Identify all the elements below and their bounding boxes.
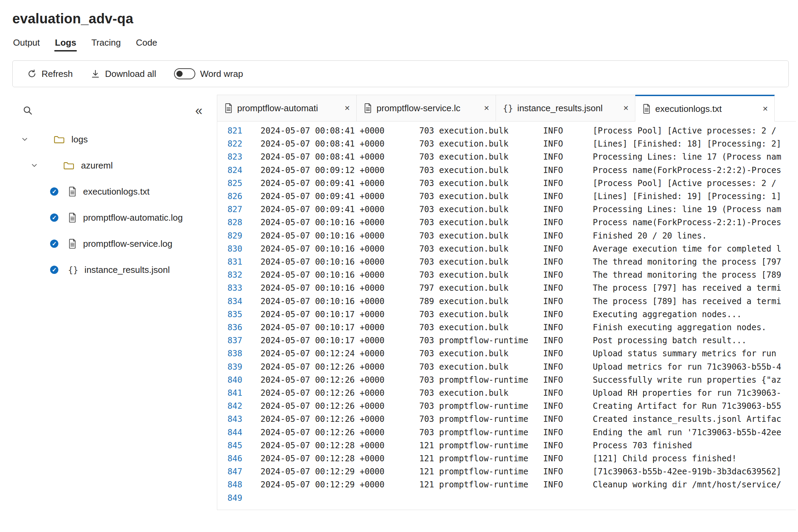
tree-item-executionlogs.txt[interactable]: ✓executionlogs.txt — [12, 178, 217, 205]
word-wrap-toggle-group: Word wrap — [165, 61, 252, 87]
word-wrap-toggle[interactable] — [174, 68, 195, 79]
editor-panel: promptflow-automati✕promptflow-service.l… — [217, 95, 796, 510]
checked-badge-icon: ✓ — [49, 213, 59, 222]
line-number: 829 — [217, 229, 242, 242]
nav-tab-output[interactable]: Output — [12, 35, 41, 54]
checked-badge-icon: ✓ — [49, 265, 59, 275]
log-line: 8442024-05-07 00:12:26 +0000 703 promptf… — [217, 426, 796, 439]
collapse-sidebar-icon[interactable]: « — [195, 104, 203, 117]
folder-icon — [54, 135, 65, 144]
log-line: 8412024-05-07 00:12:26 +0000 703 executi… — [217, 386, 796, 400]
line-number: 848 — [217, 478, 242, 491]
tree-item-label: promptflow-service.log — [83, 239, 172, 249]
file-tab-executionlogs.txt[interactable]: executionlogs.txt✕ — [635, 95, 775, 122]
log-line: 8352024-05-07 00:10:17 +0000 703 executi… — [217, 308, 796, 321]
log-text: 2024-05-07 00:10:17 +0000 703 execution.… — [242, 308, 742, 321]
log-text: 2024-05-07 00:12:26 +0000 703 execution.… — [242, 386, 781, 400]
log-line: 8212024-05-07 00:08:41 +0000 703 executi… — [217, 124, 796, 137]
document-icon — [363, 103, 372, 113]
log-text: 2024-05-07 00:12:26 +0000 703 execution.… — [242, 360, 781, 373]
log-line: 8232024-05-07 00:08:41 +0000 703 executi… — [217, 150, 796, 163]
log-text: 2024-05-07 00:12:26 +0000 703 promptflow… — [242, 373, 781, 386]
log-text: 2024-05-07 00:10:17 +0000 703 promptflow… — [242, 334, 747, 347]
log-text: 2024-05-07 00:09:41 +0000 703 execution.… — [242, 190, 781, 203]
log-line: 8392024-05-07 00:12:26 +0000 703 executi… — [217, 360, 796, 373]
refresh-icon — [27, 69, 37, 79]
file-tab-promptflow-service.lc[interactable]: promptflow-service.lc✕ — [357, 95, 496, 122]
line-number: 841 — [217, 386, 242, 400]
file-tab-instance_results.jsonl[interactable]: {}instance_results.jsonl✕ — [496, 95, 635, 122]
nav-tab-code[interactable]: Code — [135, 35, 158, 54]
download-all-button[interactable]: Download all — [82, 61, 165, 87]
tab-label: promptflow-service.lc — [377, 103, 478, 114]
nav-tab-logs[interactable]: Logs — [54, 35, 77, 54]
line-number: 837 — [217, 334, 242, 347]
tree-item-promptflow-automatic.log[interactable]: ✓promptflow-automatic.log — [12, 205, 217, 231]
page-title: evaluation_adv-qa — [12, 11, 798, 26]
line-number: 849 — [217, 491, 242, 505]
chevron-down-icon[interactable] — [21, 135, 29, 143]
log-line: 8432024-05-07 00:12:26 +0000 703 promptf… — [217, 413, 796, 426]
page: evaluation_adv-qa OutputLogsTracingCode … — [0, 0, 798, 510]
file-tabs: promptflow-automati✕promptflow-service.l… — [217, 95, 796, 122]
line-number: 827 — [217, 203, 242, 216]
line-number: 822 — [217, 137, 242, 150]
log-line: 8292024-05-07 00:10:16 +0000 703 executi… — [217, 229, 796, 242]
tree-item-label: executionlogs.txt — [83, 186, 150, 197]
checked-badge-icon: ✓ — [49, 239, 59, 248]
log-line: 8402024-05-07 00:12:26 +0000 703 promptf… — [217, 373, 796, 386]
nav-tab-tracing[interactable]: Tracing — [91, 35, 122, 54]
word-wrap-label: Word wrap — [200, 69, 243, 79]
toolbar: Refresh Download all Word wrap — [12, 60, 789, 87]
document-icon — [224, 103, 233, 113]
log-text: 2024-05-07 00:09:41 +0000 703 execution.… — [242, 177, 776, 190]
line-number: 839 — [217, 360, 242, 373]
line-number: 830 — [217, 242, 242, 255]
tree-item-azureml[interactable]: azureml — [12, 152, 217, 178]
tab-label: promptflow-automati — [237, 103, 339, 114]
nav-tabs: OutputLogsTracingCode — [12, 35, 798, 54]
logs-panel: « logsazureml✓executionlogs.txt✓promptfl… — [12, 95, 796, 510]
line-number: 834 — [217, 295, 242, 308]
tree-item-label: promptflow-automatic.log — [83, 212, 183, 223]
close-icon[interactable]: ✕ — [622, 103, 630, 113]
file-tab-promptflow-automati[interactable]: promptflow-automati✕ — [217, 95, 357, 122]
log-text — [242, 491, 261, 505]
line-number: 828 — [217, 216, 242, 229]
log-line: 8302024-05-07 00:10:16 +0000 703 executi… — [217, 242, 796, 255]
line-number: 847 — [217, 465, 242, 478]
log-line: 849 — [217, 491, 796, 505]
log-line: 8482024-05-07 00:12:29 +0000 121 promptf… — [217, 478, 796, 491]
tab-label: instance_results.jsonl — [517, 103, 617, 114]
close-icon[interactable]: ✕ — [761, 104, 770, 114]
line-number: 836 — [217, 321, 242, 334]
tree-item-promptflow-service.log[interactable]: ✓promptflow-service.log — [12, 231, 217, 257]
file-tree: logsazureml✓executionlogs.txt✓promptflow… — [12, 126, 217, 283]
chevron-down-icon[interactable] — [30, 161, 38, 170]
log-text: 2024-05-07 00:10:16 +0000 703 execution.… — [242, 255, 781, 268]
log-text: 2024-05-07 00:09:41 +0000 703 execution.… — [242, 203, 781, 216]
toggle-knob — [176, 71, 183, 77]
document-icon — [68, 239, 77, 249]
log-text: 2024-05-07 00:09:12 +0000 703 execution.… — [242, 164, 781, 177]
line-number: 840 — [217, 373, 242, 386]
tree-item-instance_results.jsonl[interactable]: ✓{}instance_results.jsonl — [12, 257, 217, 283]
json-braces-icon: {} — [503, 103, 513, 113]
close-icon[interactable]: ✕ — [343, 103, 351, 113]
log-line: 8342024-05-07 00:10:16 +0000 789 executi… — [217, 295, 796, 308]
log-line: 8372024-05-07 00:10:17 +0000 703 promptf… — [217, 334, 796, 347]
folder-icon — [63, 161, 75, 170]
close-icon[interactable]: ✕ — [482, 103, 491, 113]
checked-badge-icon: ✓ — [49, 187, 59, 196]
refresh-button[interactable]: Refresh — [18, 61, 82, 87]
line-number: 833 — [217, 281, 242, 294]
log-text: 2024-05-07 00:12:28 +0000 121 promptflow… — [242, 439, 692, 452]
sidebar: « logsazureml✓executionlogs.txt✓promptfl… — [12, 95, 217, 510]
log-line: 8362024-05-07 00:10:17 +0000 703 executi… — [217, 321, 796, 334]
search-icon[interactable] — [23, 105, 33, 116]
log-text: 2024-05-07 00:12:26 +0000 703 promptflow… — [242, 400, 781, 413]
log-line: 8422024-05-07 00:12:26 +0000 703 promptf… — [217, 400, 796, 413]
log-viewer: 8212024-05-07 00:08:41 +0000 703 executi… — [217, 122, 796, 510]
tree-item-logs[interactable]: logs — [12, 126, 217, 152]
log-text: 2024-05-07 00:12:29 +0000 121 promptflow… — [242, 465, 781, 478]
